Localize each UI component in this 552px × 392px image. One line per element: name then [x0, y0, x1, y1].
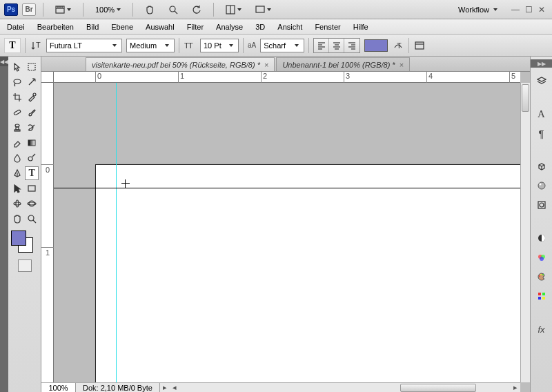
arrange-documents-button[interactable]: [221, 3, 246, 17]
3d-orbit-tool[interactable]: [26, 197, 39, 210]
zoom-input[interactable]: 100%: [41, 383, 76, 393]
eyedropper-tool[interactable]: [26, 90, 39, 104]
menu-bearbeiten[interactable]: Bearbeiten: [37, 23, 74, 31]
lasso-tool[interactable]: [10, 75, 24, 89]
chevron-right-icon[interactable]: ▶▶: [531, 59, 552, 68]
zoom-level-dropdown[interactable]: 100%: [90, 3, 126, 17]
stamp-tool[interactable]: [10, 121, 24, 135]
mini-bridge-button[interactable]: [50, 3, 76, 17]
align-center-button[interactable]: [329, 39, 344, 52]
text-color-swatch[interactable]: [364, 39, 388, 52]
text-orientation-button[interactable]: T: [30, 39, 42, 52]
status-menu-arrow[interactable]: ▸: [160, 383, 170, 393]
color-swatches[interactable]: [11, 231, 39, 257]
foreground-color-swatch[interactable]: [11, 231, 26, 246]
menu-3d[interactable]: 3D: [255, 23, 265, 31]
menu-hilfe[interactable]: Hilfe: [353, 23, 368, 31]
dodge-tool[interactable]: [26, 151, 39, 165]
font-family-combo[interactable]: Futura LT: [46, 39, 122, 52]
zoom-tool-shortcut[interactable]: [164, 3, 183, 17]
brush-tool[interactable]: [26, 106, 39, 119]
status-doc-size[interactable]: Dok: 2,10 MB/0 Byte: [76, 383, 160, 393]
layers-panel-icon[interactable]: [533, 73, 550, 88]
active-tool-indicator[interactable]: T: [4, 38, 21, 53]
menu-ebene[interactable]: Ebene: [111, 23, 133, 31]
document-tab[interactable]: Unbenannt-1 bei 100% (RGB/8) * ×: [276, 57, 410, 71]
crop-tool[interactable]: [10, 90, 24, 104]
right-panel-dock: ▶▶ A ¶ fx: [530, 57, 552, 392]
toggle-panels-button[interactable]: [413, 39, 426, 52]
align-right-button[interactable]: [344, 39, 359, 52]
guide-vertical[interactable]: [116, 83, 117, 382]
blur-tool[interactable]: [10, 151, 24, 165]
type-icon: T: [29, 168, 35, 179]
eraser-icon: [12, 138, 22, 148]
scroll-right-button[interactable]: ▸: [511, 383, 520, 393]
close-icon[interactable]: ×: [264, 61, 268, 69]
scrollbar-thumb[interactable]: [400, 384, 476, 392]
character-panel-icon[interactable]: A: [533, 106, 550, 121]
title-bar: Ps Br 100% Workflow: [0, 0, 552, 19]
styles-panel-icon[interactable]: fx: [533, 322, 550, 337]
move-tool[interactable]: [10, 60, 24, 74]
quick-mask-button[interactable]: [18, 259, 32, 272]
gradient-tool[interactable]: [26, 136, 39, 150]
scrollbar-thumb[interactable]: [522, 84, 529, 112]
history-brush-tool[interactable]: [26, 121, 39, 135]
path-select-tool[interactable]: [10, 182, 24, 195]
menu-filter[interactable]: Filter: [187, 23, 204, 31]
menu-datei[interactable]: Datei: [7, 23, 25, 31]
color-panel-icon[interactable]: [533, 269, 550, 284]
pen-tool[interactable]: [10, 166, 23, 180]
horizontal-ruler[interactable]: 0 1 2 3 4 5: [54, 72, 520, 83]
zoom-tool[interactable]: [26, 212, 39, 226]
minimize-button[interactable]: —: [511, 5, 520, 14]
hand-tool[interactable]: [10, 212, 24, 226]
menu-bild[interactable]: Bild: [86, 23, 99, 31]
ps-app-icon[interactable]: Ps: [4, 3, 18, 16]
vertical-scrollbar[interactable]: [520, 83, 530, 382]
document-tab[interactable]: visitenkarte-neu.pdf bei 50% (Rückseite,…: [86, 57, 275, 71]
adjustments-panel-icon[interactable]: [533, 231, 550, 246]
warp-text-button[interactable]: T: [392, 39, 404, 52]
screen-mode-button[interactable]: [250, 3, 276, 17]
menu-analyse[interactable]: Analyse: [216, 23, 243, 31]
left-collapse-strip[interactable]: ◀◀: [0, 57, 8, 392]
workspace-switcher[interactable]: Workflow: [451, 6, 504, 14]
eraser-tool[interactable]: [10, 136, 24, 150]
type-tool[interactable]: T: [25, 166, 39, 180]
hand-tool-shortcut[interactable]: [140, 3, 159, 17]
heal-tool[interactable]: [10, 106, 24, 119]
3d-panel-icon[interactable]: [533, 159, 550, 174]
mask-panel-icon[interactable]: [533, 197, 550, 213]
materials-panel-icon[interactable]: [533, 178, 550, 193]
swatches-panel-icon[interactable]: [533, 288, 550, 304]
font-style-combo[interactable]: Medium: [126, 39, 175, 52]
document-canvas[interactable]: [95, 164, 520, 382]
document-area: visitenkarte-neu.pdf bei 50% (Rückseite,…: [41, 57, 530, 392]
close-icon[interactable]: ×: [400, 61, 404, 69]
align-left-button[interactable]: [314, 39, 329, 52]
ruler-origin[interactable]: [41, 72, 54, 83]
marquee-tool[interactable]: [26, 60, 39, 74]
canvas-background[interactable]: [54, 83, 520, 382]
maximize-button[interactable]: ☐: [525, 5, 533, 14]
channels-panel-icon[interactable]: [533, 250, 550, 265]
magnifier-icon: [168, 5, 178, 14]
close-button[interactable]: ✕: [538, 5, 545, 14]
vertical-ruler[interactable]: 0 1: [41, 83, 54, 382]
3d-rotate-tool[interactable]: [10, 197, 24, 210]
horizontal-scrollbar[interactable]: [179, 383, 511, 393]
bridge-icon[interactable]: Br: [22, 3, 36, 16]
svg-point-63: [540, 203, 544, 207]
wand-tool[interactable]: [26, 75, 39, 89]
menu-ansicht[interactable]: Ansicht: [277, 23, 302, 31]
antialias-combo[interactable]: Scharf: [260, 39, 304, 52]
shape-tool[interactable]: [26, 182, 39, 195]
scroll-left-button[interactable]: ◂: [170, 383, 179, 393]
rotate-view-shortcut[interactable]: [187, 3, 206, 17]
paragraph-panel-icon[interactable]: ¶: [533, 126, 550, 141]
font-size-combo[interactable]: 10 Pt: [200, 39, 239, 52]
menu-fenster[interactable]: Fenster: [315, 23, 340, 31]
menu-auswahl[interactable]: Auswahl: [146, 23, 175, 31]
